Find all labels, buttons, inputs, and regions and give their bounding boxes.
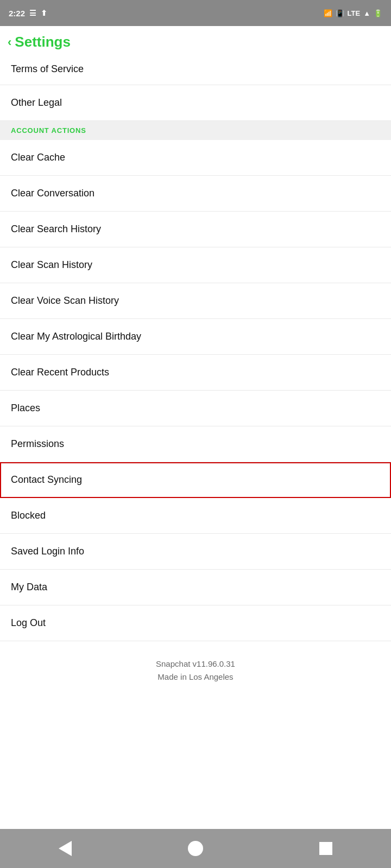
other-legal-item[interactable]: Other Legal <box>0 85 391 121</box>
my-data-label: My Data <box>11 582 47 592</box>
account-actions-header: ACCOUNT ACTIONS <box>0 121 391 140</box>
my-data-item[interactable]: My Data <box>0 570 391 605</box>
clear-recent-products-label: Clear Recent Products <box>11 367 109 378</box>
lte-signal-icon: LTE <box>348 9 361 17</box>
contact-syncing-label: Contact Syncing <box>11 474 82 485</box>
terms-of-service-label: Terms of Service <box>11 63 84 74</box>
footer: Snapchat v11.96.0.31 Made in Los Angeles <box>0 641 391 694</box>
home-nav-icon <box>188 841 203 856</box>
account-actions-label: ACCOUNT ACTIONS <box>11 126 86 135</box>
status-bar: 2:22 ☰ ⬆ 📶 📳 LTE ▲ 🔋 <box>0 0 391 26</box>
status-right: 📶 📳 LTE ▲ 🔋 <box>324 9 382 17</box>
back-nav-button[interactable] <box>53 837 77 860</box>
settings-title: Settings <box>15 34 71 50</box>
notification-icon: ☰ <box>29 9 36 17</box>
clear-recent-products-item[interactable]: Clear Recent Products <box>0 355 391 391</box>
clear-conversation-item[interactable]: Clear Conversation <box>0 176 391 212</box>
settings-list: Clear CacheClear ConversationClear Searc… <box>0 140 391 641</box>
clear-voice-scan-history-item[interactable]: Clear Voice Scan History <box>0 283 391 319</box>
clear-cache-label: Clear Cache <box>11 152 65 163</box>
saved-login-info-label: Saved Login Info <box>11 546 84 557</box>
places-label: Places <box>11 403 40 413</box>
clear-search-history-item[interactable]: Clear Search History <box>0 212 391 247</box>
log-out-label: Log Out <box>11 617 46 628</box>
clear-astrological-birthday-label: Clear My Astrological Birthday <box>11 331 141 342</box>
clear-astrological-birthday-item[interactable]: Clear My Astrological Birthday <box>0 319 391 355</box>
clear-scan-history-item[interactable]: Clear Scan History <box>0 247 391 283</box>
places-item[interactable]: Places <box>0 391 391 426</box>
nav-bar <box>0 829 391 868</box>
blocked-label: Blocked <box>11 510 46 521</box>
battery-icon: 🔋 <box>374 9 382 17</box>
status-left: 2:22 ☰ ⬆ <box>9 9 47 18</box>
log-out-item[interactable]: Log Out <box>0 605 391 641</box>
wifi-icon: ▲ <box>363 9 370 17</box>
footer-line1: Snapchat v11.96.0.31 <box>11 658 380 671</box>
permissions-item[interactable]: Permissions <box>0 426 391 462</box>
permissions-label: Permissions <box>11 438 64 449</box>
contact-syncing-item[interactable]: Contact Syncing <box>0 462 391 498</box>
vibrate-icon: 📳 <box>336 9 344 17</box>
clear-voice-scan-history-label: Clear Voice Scan History <box>11 295 119 306</box>
back-button[interactable]: ‹ <box>8 36 11 48</box>
recent-nav-icon <box>319 842 332 855</box>
clear-conversation-label: Clear Conversation <box>11 188 94 199</box>
home-nav-button[interactable] <box>184 837 207 860</box>
terms-of-service-item[interactable]: Terms of Service <box>0 56 391 85</box>
status-time: 2:22 <box>9 9 25 18</box>
bluetooth-icon: 📶 <box>324 9 332 17</box>
clear-scan-history-label: Clear Scan History <box>11 259 92 270</box>
blocked-item[interactable]: Blocked <box>0 498 391 534</box>
footer-line2: Made in Los Angeles <box>11 671 380 684</box>
upload-icon: ⬆ <box>41 9 47 17</box>
back-nav-icon <box>59 841 72 856</box>
clear-search-history-label: Clear Search History <box>11 224 101 234</box>
header: ‹ Settings <box>0 26 391 56</box>
saved-login-info-item[interactable]: Saved Login Info <box>0 534 391 570</box>
recent-nav-button[interactable] <box>314 837 338 860</box>
clear-cache-item[interactable]: Clear Cache <box>0 140 391 176</box>
other-legal-label: Other Legal <box>11 97 62 108</box>
